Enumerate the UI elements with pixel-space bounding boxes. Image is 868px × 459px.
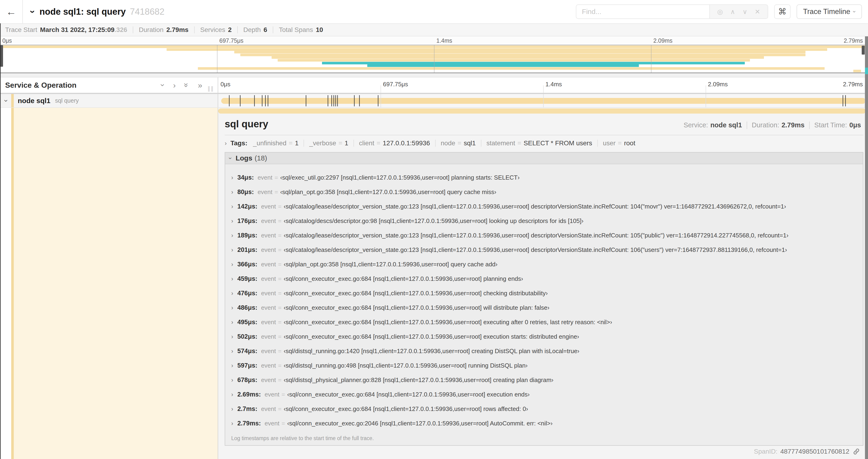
log-expand-chevron-icon[interactable]: › [231, 290, 233, 297]
log-expand-chevron-icon[interactable]: › [231, 319, 233, 326]
page-title: node sql1: sql query [39, 7, 126, 17]
span-collapse-chevron-icon[interactable]: › [2, 100, 10, 102]
span-operation-name: sql query [55, 97, 79, 104]
tag-item: statement=SELECT * FROM users [487, 139, 592, 147]
log-timestamp: 366μs: [237, 261, 257, 268]
log-expand-chevron-icon[interactable]: › [231, 333, 233, 340]
log-row[interactable]: ›476μs:event=‹sql/conn_executor_exec.go:… [225, 286, 863, 300]
trace-summary-bar: Trace StartMarch 31 2022, 17:25:09.326Du… [0, 23, 868, 36]
log-expand-chevron-icon[interactable]: › [231, 377, 233, 384]
log-row[interactable]: ›189μs:event=‹sql/catalog/lease/descript… [225, 228, 863, 242]
log-equals: = [278, 333, 282, 340]
log-row[interactable]: ›34μs:event=‹sql/exec_util.go:2297 [nsql… [225, 170, 863, 185]
back-button[interactable]: ← [0, 0, 23, 23]
log-equals: = [278, 232, 282, 239]
logs-header[interactable]: › Logs (18) [225, 153, 863, 164]
minimap-span-bar [166, 48, 827, 51]
log-value: ‹sql/conn_executor_exec.go:684 [nsql1,cl… [287, 391, 530, 398]
tag-equals: = [377, 139, 380, 147]
log-row[interactable]: ›2.69ms:event=‹sql/conn_executor_exec.go… [225, 387, 863, 402]
log-expand-chevron-icon[interactable]: › [231, 261, 233, 268]
log-key: event [261, 217, 276, 225]
expand-one-icon[interactable]: › [173, 81, 176, 89]
log-expand-chevron-icon[interactable]: › [231, 362, 233, 369]
log-row[interactable]: ›176μs:event=‹sql/catalog/descs/descript… [225, 214, 863, 228]
log-row[interactable]: ›142μs:event=‹sql/catalog/lease/descript… [225, 199, 863, 214]
log-row[interactable]: ›597μs:event=‹sql/distsql_running.go:498… [225, 358, 863, 373]
keyboard-shortcuts-button[interactable]: ⌘ [774, 4, 790, 19]
expand-all-icon[interactable]: » [198, 81, 202, 89]
minimap-right-scrubber[interactable] [862, 46, 865, 55]
log-expand-chevron-icon[interactable]: › [231, 189, 233, 195]
log-expand-chevron-icon[interactable]: › [231, 203, 233, 210]
trace-title-wrap[interactable]: › node sql1: sql query 7418682 [31, 6, 164, 17]
view-selector-button[interactable]: Trace Timeline › [797, 4, 862, 19]
span-row-track[interactable] [218, 94, 868, 107]
minimap-canvas[interactable] [0, 45, 868, 73]
find-input[interactable] [576, 4, 709, 19]
log-row[interactable]: ›502μs:event=‹sql/conn_executor_exec.go:… [225, 329, 863, 344]
trace-id: 7418682 [130, 7, 164, 17]
log-row[interactable]: ›201μs:event=‹sql/catalog/lease/descript… [225, 242, 863, 257]
column-resize-handle[interactable]: ∥∥ [208, 85, 214, 92]
collapse-one-icon[interactable]: › [159, 84, 167, 86]
next-result-icon[interactable]: ∨ [742, 8, 747, 15]
log-marker-tick [229, 95, 229, 106]
timeline-header-row: Service & Operation › › » » ∥∥ 0μs697.75… [0, 77, 868, 94]
match-highlight-icon[interactable]: ◎ [717, 8, 723, 15]
ruler-tick-label: 1.4ms [546, 81, 562, 88]
vertical-scrollbar[interactable] [865, 36, 868, 459]
title-chevron-down-icon[interactable]: › [28, 10, 38, 13]
log-expand-chevron-icon[interactable]: › [231, 405, 233, 412]
log-expand-chevron-icon[interactable]: › [231, 232, 233, 239]
log-row[interactable]: ›366μs:event=‹sql/plan_opt.go:358 [nsql1… [225, 257, 863, 271]
tag-item: user=root [603, 139, 636, 147]
clear-search-icon[interactable]: ✕ [755, 8, 760, 15]
log-row[interactable]: ›495μs:event=‹sql/conn_executor_exec.go:… [225, 315, 863, 329]
log-value: ‹sql/distsql_running.go:1420 [nsql1,clie… [284, 348, 579, 355]
tags-row[interactable]: › Tags: _unfinished=1_verbose=1client=12… [225, 139, 863, 147]
log-key: event [265, 420, 280, 427]
span-row-name-cell[interactable]: › node sql1 sql query [0, 94, 218, 107]
log-key: event [257, 189, 273, 196]
log-key: event [261, 362, 276, 369]
log-expand-chevron-icon[interactable]: › [231, 391, 233, 398]
log-row[interactable]: ›80μs:event=‹sql/plan_opt.go:358 [nsql1,… [225, 185, 863, 199]
log-expand-chevron-icon[interactable]: › [231, 218, 233, 224]
minimap-span-bar [272, 56, 764, 59]
log-expand-chevron-icon[interactable]: › [231, 247, 233, 253]
log-marker-tick [334, 95, 334, 106]
log-equals: = [278, 362, 282, 369]
log-expand-chevron-icon[interactable]: › [231, 304, 233, 311]
minimap-span-bar [234, 51, 805, 54]
log-row[interactable]: ›2.7ms:event=‹sql/conn_executor_exec.go:… [225, 402, 863, 416]
log-expand-chevron-icon[interactable]: › [231, 174, 233, 181]
collapse-all-icon[interactable]: » [183, 83, 191, 88]
deep-link-icon[interactable] [852, 448, 860, 455]
log-row[interactable]: ›486μs:event=‹sql/conn_executor_exec.go:… [225, 300, 863, 315]
jaeger-trace-page: ← › node sql1: sql query 7418682 ◎ ∧ ∨ ✕… [0, 0, 868, 459]
log-key: event [261, 348, 276, 355]
log-expand-chevron-icon[interactable]: › [231, 420, 233, 427]
log-expand-chevron-icon[interactable]: › [231, 275, 233, 282]
tag-separator [597, 140, 598, 147]
span-tint-column [14, 108, 218, 459]
log-expand-chevron-icon[interactable]: › [231, 348, 233, 355]
log-key: event [261, 290, 276, 297]
log-marker-tick [331, 95, 332, 106]
log-row[interactable]: ›459μs:event=‹sql/conn_executor_exec.go:… [225, 271, 863, 286]
prev-result-icon[interactable]: ∧ [730, 8, 735, 15]
logs-count: (18) [254, 154, 267, 162]
log-row[interactable]: ›574μs:event=‹sql/distsql_running.go:142… [225, 344, 863, 358]
span-row[interactable]: › node sql1 sql query [0, 94, 868, 108]
log-value: ‹sql/catalog/descs/descriptor.go:98 [nsq… [284, 217, 584, 225]
log-row[interactable]: ›2.79ms:event=‹sql/conn_executor_exec.go… [225, 416, 863, 431]
tag-separator [304, 140, 304, 147]
log-key: event [261, 319, 276, 326]
log-timestamp: 142μs: [237, 203, 257, 210]
chevron-down-icon: › [851, 11, 858, 12]
tags-expand-chevron-icon[interactable]: › [225, 140, 227, 147]
log-marker-tick [265, 95, 266, 106]
log-key: event [257, 174, 273, 181]
log-row[interactable]: ›678μs:event=‹sql/distsql_physical_plann… [225, 373, 863, 387]
